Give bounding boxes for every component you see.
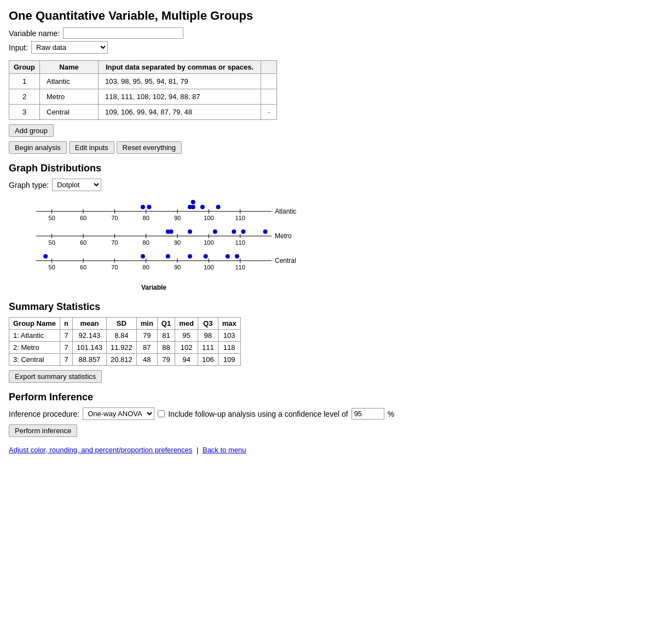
followup-checkbox[interactable] [158, 410, 165, 417]
svg-text:Central: Central [275, 257, 296, 264]
table-row: 2 [9, 89, 277, 105]
svg-text:90: 90 [174, 239, 181, 246]
remove-row-button[interactable]: - [266, 108, 272, 116]
page-title: One Quantitative Variable, Multiple Grou… [9, 9, 648, 23]
stats-cell: 88.857 [72, 354, 106, 366]
stats-col-header: med [175, 318, 198, 330]
add-group-button[interactable]: Add group [9, 124, 54, 137]
svg-text:80: 80 [143, 239, 149, 246]
group-name-cell[interactable] [40, 74, 99, 89]
stats-cell: 20.812 [106, 354, 136, 366]
remove-row-cell[interactable] [261, 74, 277, 89]
svg-point-67 [226, 254, 230, 258]
perform-inference-button[interactable]: Perform inference [9, 424, 77, 437]
stats-row: 1: Atlantic792.1438.8479819598103 [9, 330, 241, 342]
svg-text:Metro: Metro [275, 232, 292, 240]
group-data-input[interactable] [103, 76, 256, 87]
svg-text:70: 70 [111, 215, 118, 221]
graph-type-select[interactable]: DotplotHistogramBoxplot [52, 179, 101, 191]
svg-point-20 [191, 200, 195, 204]
stats-col-header: min [136, 318, 157, 330]
stats-row: 3: Central788.85720.812487994106109 [9, 354, 241, 366]
export-summary-button[interactable]: Export summary statistics [9, 370, 102, 383]
edit-inputs-button[interactable]: Edit inputs [69, 141, 114, 154]
stats-cell: 101.143 [72, 342, 106, 354]
stats-col-header: Q1 [157, 318, 175, 330]
group-data-input[interactable] [103, 91, 256, 102]
followup-label: Include follow-up analysis using a confi… [168, 410, 348, 418]
inference-section-title: Perform Inference [9, 392, 648, 403]
stats-cell: 94 [175, 354, 198, 366]
group-name-cell[interactable] [40, 89, 99, 105]
graph-distributions-section: Graph Distributions Graph type: DotplotH… [9, 163, 648, 292]
stats-cell: 48 [136, 354, 157, 366]
graph-section-title: Graph Distributions [9, 163, 648, 174]
svg-text:Variable: Variable [141, 284, 166, 291]
svg-point-45 [263, 229, 268, 234]
svg-text:90: 90 [174, 264, 181, 271]
stats-col-header: n [60, 318, 73, 330]
stats-row: 2: Metro7101.14311.9228788102111118 [9, 342, 241, 354]
stats-col-header: max [218, 318, 240, 330]
stats-col-header: SD [106, 318, 136, 330]
group-name-input[interactable] [44, 76, 94, 87]
group-name-input[interactable] [44, 107, 94, 117]
group-data-cell[interactable] [99, 74, 261, 89]
stats-cell: 7 [60, 342, 73, 354]
stats-cell: 79 [157, 354, 175, 366]
group-number: 3 [9, 105, 40, 120]
svg-text:100: 100 [204, 264, 214, 271]
inference-procedure-select[interactable]: One-way ANOVAKruskal-Wallis [83, 407, 154, 420]
svg-point-42 [213, 229, 217, 234]
svg-text:110: 110 [235, 215, 245, 221]
input-label: Input: [9, 43, 28, 52]
variable-name-label: Variable name: [9, 29, 60, 38]
stats-cell: 3: Central [9, 354, 60, 366]
summary-section-title: Summary Statistics [9, 301, 648, 313]
remove-row-cell[interactable]: - [261, 105, 277, 120]
reset-everything-button[interactable]: Reset everything [117, 141, 182, 154]
summary-stats-table: Group NamenmeanSDminQ1medQ3max 1: Atlant… [9, 317, 241, 366]
stats-cell: 79 [136, 330, 157, 342]
back-to-menu-link[interactable]: Back to menu [203, 446, 246, 454]
svg-point-63 [141, 254, 145, 258]
stats-cell: 102 [175, 342, 198, 354]
group-data-input[interactable] [103, 107, 256, 117]
begin-analysis-button[interactable]: Begin analysis [9, 141, 67, 154]
group-name-cell[interactable] [40, 105, 99, 120]
stats-cell: 118 [218, 342, 240, 354]
svg-text:50: 50 [49, 264, 55, 271]
stats-cell: 2: Metro [9, 342, 60, 354]
svg-point-65 [188, 254, 192, 258]
variable-name-input[interactable] [63, 27, 183, 39]
stats-cell: 103 [218, 330, 240, 342]
svg-point-41 [188, 229, 192, 234]
action-buttons: Begin analysis Edit inputs Reset everyth… [9, 141, 648, 154]
stats-col-header: mean [72, 318, 106, 330]
graph-type-label: Graph type: [9, 181, 49, 189]
svg-point-68 [235, 254, 239, 258]
stats-cell: 7 [60, 330, 73, 342]
data-input-table: Group Name Input data separated by comma… [9, 60, 277, 120]
stats-cell: 1: Atlantic [9, 330, 60, 342]
inference-procedure-label: Inference procedure: [9, 410, 79, 418]
svg-text:110: 110 [235, 264, 245, 271]
svg-point-44 [241, 229, 245, 234]
inference-section: Perform Inference Inference procedure: O… [9, 392, 648, 437]
group-data-cell[interactable] [99, 105, 261, 120]
svg-text:Atlantic: Atlantic [275, 208, 296, 215]
stats-col-header: Q3 [198, 318, 218, 330]
svg-point-43 [232, 229, 236, 234]
svg-point-40 [169, 229, 174, 234]
group-data-cell[interactable] [99, 89, 261, 105]
group-name-input[interactable] [44, 91, 94, 102]
group-number: 1 [9, 74, 40, 89]
stats-cell: 87 [136, 342, 157, 354]
adjust-preferences-link[interactable]: Adjust color, rounding, and percent/prop… [9, 446, 192, 454]
stats-cell: 92.143 [72, 330, 106, 342]
table-row: 3- [9, 105, 277, 120]
dotplot-container: 5060708090100110Atlantic5060708090100110… [14, 198, 648, 292]
input-type-select[interactable]: Raw dataSummary statistics [31, 41, 108, 54]
remove-row-cell[interactable] [261, 89, 277, 105]
confidence-input[interactable] [351, 408, 384, 419]
